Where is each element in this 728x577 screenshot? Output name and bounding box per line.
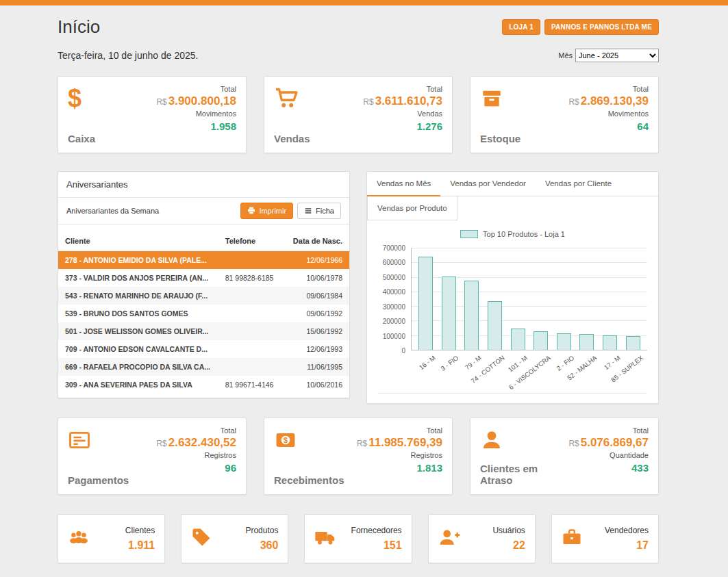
ficha-button[interactable]: Ficha — [297, 203, 341, 219]
bar[interactable] — [621, 248, 644, 350]
table-row[interactable]: 709 - ANTONIO EDSON CAVALCANTE D... 12/0… — [58, 340, 349, 358]
bar[interactable] — [553, 248, 576, 350]
y-tick-label: 100000 — [383, 332, 405, 339]
top-stat-cards: $ Caixa Total R$3.900.800,18 Movimentos … — [58, 76, 659, 153]
counter-label: Vendedores — [605, 526, 649, 535]
page-title: Início — [58, 16, 100, 38]
total-value: R$5.076.869,67 — [568, 436, 649, 450]
legend-label: Top 10 Produtos - Loja 1 — [483, 230, 565, 238]
counter-value: 22 — [492, 539, 525, 552]
count-label: Registros — [357, 451, 442, 459]
stat-card-estoque: Estoque Total R$2.869.130,39 Movimentos … — [470, 76, 659, 153]
x-tick-label: 3 - FIO — [439, 354, 460, 372]
total-label: Total — [156, 426, 236, 435]
stat-card-pagamentos: Pagamentos Total R$2.632.430,52 Registro… — [58, 418, 247, 495]
tab-vendas-por-vendedor[interactable]: Vendas por Vendedor — [440, 172, 536, 196]
person-icon — [480, 426, 568, 454]
table-row[interactable]: 373 - VALDIR DOS ANJOS PEREIRA (AN... 81… — [58, 269, 349, 287]
counter-card-clientes: Clientes 1.911 — [58, 514, 165, 563]
stat-card-title: Pagamentos — [68, 474, 129, 486]
bar[interactable] — [506, 248, 529, 350]
credit-card-icon — [68, 426, 129, 454]
company-button[interactable]: PANNOS E PANNOS LTDA ME — [544, 19, 659, 35]
table-row[interactable]: 278 - ANTONIO EMIDIO DA SILVA (PALE... 1… — [58, 251, 349, 270]
count-label: Registros — [156, 451, 236, 459]
count-value: 433 — [568, 462, 649, 474]
stat-card-vendas: Vendas Total R$3.611.610,73 Vendas 1.276 — [264, 76, 453, 153]
total-value: R$3.900.800,18 — [156, 94, 236, 108]
chart-x-labels: 16 - M3 - FIO79 - M74 - COTTON101 - M6 -… — [411, 350, 647, 389]
month-label: Mês — [558, 51, 573, 60]
bar[interactable] — [438, 248, 461, 350]
store-button[interactable]: LOJA 1 — [502, 19, 540, 35]
bar[interactable] — [460, 248, 484, 350]
total-label: Total — [568, 426, 649, 435]
x-tick-label: 79 - M — [464, 354, 483, 371]
chart-y-axis: 0100000200000300000400000500000600000700… — [378, 248, 411, 350]
count-value: 96 — [156, 462, 236, 474]
counter-card-fornecedores: Fornecedores 151 — [304, 514, 412, 563]
y-tick-label: 200000 — [383, 318, 405, 325]
month-select[interactable]: June - 2025 — [575, 49, 659, 62]
dollar-icon: $ — [68, 85, 95, 112]
x-tick-label: 16 - M — [418, 354, 437, 371]
counter-value: 360 — [245, 539, 278, 552]
counter-label: Clientes — [125, 526, 155, 535]
people-icon — [68, 526, 90, 551]
y-tick-label: 0 — [401, 347, 405, 355]
briefcase-icon — [562, 527, 582, 550]
stat-card-title: Clientes em Atraso — [480, 463, 568, 486]
cart-icon — [274, 85, 310, 112]
stat-card-title: Vendas — [274, 133, 310, 144]
tab-vendas-por-cliente[interactable]: Vendas por Cliente — [536, 172, 621, 196]
table-row[interactable]: 309 - ANA SEVERINA PAES DA SILVA 81 9967… — [58, 376, 349, 394]
bar[interactable] — [599, 248, 622, 350]
list-icon — [304, 207, 312, 215]
bar[interactable] — [529, 248, 553, 350]
birthdays-table: Cliente Telefone Data de Nasc. 278 - ANT… — [58, 231, 349, 394]
counter-cards: Clientes 1.911 Produtos 360 — [58, 514, 659, 563]
bar-chart: Top 10 Produtos - Loja 1 010000020000030… — [378, 230, 647, 394]
bar[interactable] — [414, 248, 438, 350]
print-button[interactable]: Imprimir — [240, 203, 293, 219]
stat-card-title: Estoque — [480, 133, 520, 144]
bar[interactable] — [484, 248, 507, 350]
counter-label: Fornecedores — [351, 526, 402, 535]
table-row[interactable]: 501 - JOSE WELISSON GOMES OLIVEIR... 15/… — [58, 322, 349, 340]
table-row[interactable]: 543 - RENATO MARINHO DE ARAUJO (F... 09/… — [58, 287, 349, 305]
svg-text:$: $ — [284, 436, 288, 444]
y-tick-label: 500000 — [383, 273, 405, 281]
counter-label: Produtos — [245, 526, 278, 535]
truck-icon — [314, 526, 336, 551]
col-header-telefone: Telefone — [218, 231, 286, 251]
table-row[interactable]: 669 - RAFAELA PROCOPIO DA SILVA CA... 11… — [58, 358, 349, 376]
count-label: Vendas — [363, 110, 442, 118]
counter-card-vendedores: Vendedores 17 — [551, 514, 659, 563]
total-label: Total — [156, 85, 236, 93]
counter-card-produtos: Produtos 360 — [181, 514, 288, 563]
col-header-nasc: Data de Nasc. — [286, 231, 350, 251]
y-tick-label: 600000 — [383, 259, 405, 266]
date-text: Terça-feira, 10 de junho de 2025. — [58, 50, 198, 61]
counter-card-usuarios: Usuários 22 — [428, 514, 536, 563]
tag-icon — [191, 527, 212, 550]
table-row[interactable]: 539 - BRUNO DOS SANTOS GOMES 09/06/1992 — [58, 305, 349, 322]
legend-swatch — [460, 230, 478, 238]
total-label: Total — [568, 85, 649, 93]
birthdays-card: Aniversariantes Aniversariantes da Seman… — [58, 171, 350, 398]
col-header-cliente: Cliente — [58, 231, 218, 251]
stat-card-recebimentos: $ Recebimentos Total R$11.985.769,39 Reg… — [264, 418, 453, 495]
archive-box-icon — [480, 85, 520, 112]
bar[interactable] — [575, 248, 599, 350]
tab-vendas-por-produto[interactable]: Vendas por Produto — [367, 196, 457, 220]
total-value: R$3.611.610,73 — [363, 94, 442, 108]
money-badge-icon: $ — [274, 426, 344, 454]
tab-vendas-no-mes[interactable]: Vendas no Mês — [367, 172, 440, 196]
total-label: Total — [357, 426, 442, 435]
total-value: R$11.985.769,39 — [357, 436, 442, 450]
birthdays-title: Aniversariantes — [58, 172, 349, 198]
birthdays-subtitle: Aniversariantes da Semana — [66, 207, 159, 215]
count-value: 1.276 — [363, 120, 442, 132]
y-tick-label: 700000 — [383, 244, 405, 252]
bottom-stat-cards: Pagamentos Total R$2.632.430,52 Registro… — [58, 418, 659, 495]
